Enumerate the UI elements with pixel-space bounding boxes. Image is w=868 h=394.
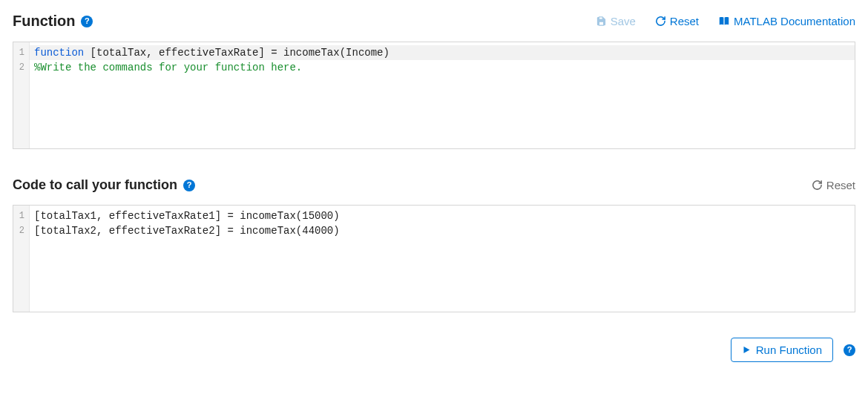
code-text: [totalTax1, effectiveTaxRate1] = incomeT…: [34, 210, 340, 222]
comment-token: %Write the commands for your function he…: [34, 62, 302, 73]
code-text: [totalTax2, effectiveTaxRate2] = incomeT…: [34, 225, 340, 237]
function-code-body[interactable]: function [totalTax, effectiveTaxRate] = …: [30, 42, 855, 148]
play-icon: [742, 345, 751, 355]
docs-label: MATLAB Documentation: [734, 15, 855, 27]
call-title-wrap: Code to call your function ?: [13, 177, 195, 193]
code-line[interactable]: [totalTax1, effectiveTaxRate1] = incomeT…: [30, 209, 855, 223]
code-line[interactable]: [totalTax2, effectiveTaxRate2] = incomeT…: [30, 223, 855, 238]
call-gutter: 1 2: [13, 206, 30, 312]
reset-label: Reset: [670, 15, 699, 27]
call-reset-button[interactable]: Reset: [812, 179, 855, 191]
code-line[interactable]: function [totalTax, effectiveTaxRate] = …: [30, 45, 855, 60]
line-number: 2: [16, 60, 24, 75]
function-title-wrap: Function ?: [13, 13, 93, 30]
help-icon[interactable]: ?: [844, 344, 855, 356]
reset-icon: [812, 180, 823, 191]
function-title: Function: [13, 13, 75, 30]
reset-button[interactable]: Reset: [655, 15, 699, 27]
line-number: 1: [16, 209, 24, 223]
line-number: 2: [16, 223, 24, 238]
code-line[interactable]: %Write the commands for your function he…: [30, 60, 855, 75]
function-header: Function ? Save Reset: [13, 13, 855, 30]
docs-button[interactable]: MATLAB Documentation: [718, 15, 855, 27]
function-editor[interactable]: 1 2 function [totalTax, effectiveTaxRate…: [13, 42, 855, 149]
help-icon[interactable]: ?: [183, 180, 195, 191]
book-icon: [718, 16, 730, 27]
reset-icon: [655, 16, 666, 27]
svg-rect-1: [599, 22, 603, 25]
call-header: Code to call your function ? Reset: [13, 177, 855, 193]
help-icon[interactable]: ?: [81, 16, 93, 27]
call-code-body[interactable]: [totalTax1, effectiveTaxRate1] = incomeT…: [30, 206, 855, 312]
line-number: 1: [16, 45, 24, 60]
call-reset-label: Reset: [826, 179, 855, 191]
keyword-token: function: [34, 47, 84, 59]
call-editor[interactable]: 1 2 [totalTax1, effectiveTaxRate1] = inc…: [13, 205, 855, 312]
svg-marker-2: [743, 347, 749, 353]
function-gutter: 1 2: [13, 42, 30, 148]
call-title: Code to call your function: [13, 177, 177, 193]
save-label: Save: [611, 15, 636, 27]
run-label: Run Function: [756, 344, 822, 356]
function-toolbar: Save Reset MATLAB Documentation: [596, 15, 855, 27]
code-text: [totalTax, effectiveTaxRate] = incomeTax…: [84, 47, 389, 59]
save-button[interactable]: Save: [596, 15, 636, 27]
save-icon: [596, 16, 607, 27]
footer: Run Function ?: [13, 338, 855, 362]
run-function-button[interactable]: Run Function: [731, 338, 833, 362]
call-toolbar: Reset: [812, 179, 855, 191]
svg-rect-0: [599, 17, 602, 19]
